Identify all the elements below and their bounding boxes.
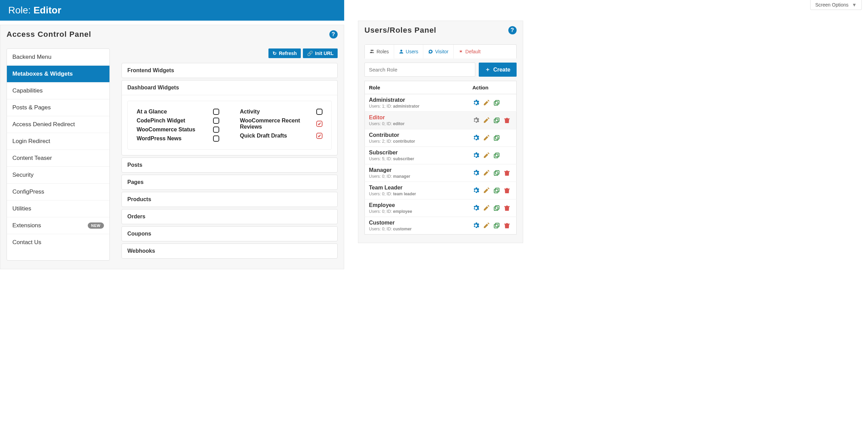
role-name: Editor [33, 5, 61, 15]
section-header[interactable]: Dashboard Widgets [122, 80, 337, 95]
widget-checkbox[interactable] [213, 127, 219, 133]
clone-icon[interactable] [493, 117, 500, 124]
help-icon[interactable]: ? [329, 30, 338, 39]
role-row[interactable]: ContributorUsers: 2; ID: contributor [365, 129, 517, 147]
role-row[interactable]: EmployeeUsers: 0; ID: employee [365, 199, 517, 217]
role-name: Customer [369, 220, 464, 226]
role-row[interactable]: SubscriberUsers: 5; ID: subscriber [365, 147, 517, 164]
nav-item-contact-us[interactable]: Contact Us [7, 234, 109, 251]
nav-item-configpress[interactable]: ConfigPress [7, 184, 109, 200]
screen-options-button[interactable]: Screen Options ▼ [810, 0, 862, 10]
screen-options-label: Screen Options [815, 2, 849, 8]
role-row[interactable]: Team LeaderUsers: 0; ID: team leader [365, 182, 517, 199]
nav-item-label: Utilities [12, 205, 31, 212]
nav-item-capabilities[interactable]: Capabilities [7, 83, 109, 99]
nav-item-login-redirect[interactable]: Login Redirect [7, 133, 109, 150]
gear-icon[interactable] [473, 170, 479, 176]
widget-label: CodePinch Widget [137, 118, 185, 124]
section-header[interactable]: Products [122, 192, 337, 207]
clone-icon[interactable] [493, 99, 500, 106]
create-button[interactable]: ＋ Create [479, 63, 517, 77]
widget-checkbox[interactable] [316, 109, 322, 115]
pencil-icon[interactable] [483, 187, 490, 194]
user-icon [399, 49, 404, 54]
pencil-icon[interactable] [483, 134, 490, 141]
gear-icon[interactable] [473, 117, 479, 124]
nav-item-access-denied-redirect[interactable]: Access Denied Redirect [7, 116, 109, 133]
clone-icon[interactable] [493, 205, 500, 211]
widget-checkbox[interactable] [316, 133, 322, 139]
users-roles-panel: Users/Roles Panel ? RolesUsersVisitorDef… [358, 21, 523, 243]
gear-icon[interactable] [473, 205, 479, 211]
nav-item-label: Metaboxes & Widgets [12, 70, 73, 77]
gear-icon[interactable] [473, 152, 479, 159]
section-frontend-widgets: Frontend Widgets [121, 63, 338, 78]
widget-row: WooCommerce Recent Reviews [240, 116, 322, 131]
nav-item-posts-pages[interactable]: Posts & Pages [7, 99, 109, 116]
tab-default[interactable]: Default [454, 45, 485, 58]
tab-users[interactable]: Users [394, 45, 424, 58]
create-label: Create [493, 67, 510, 73]
role-row[interactable]: AdministratorUsers: 1; ID: administrator [365, 94, 517, 112]
init-url-button[interactable]: 🔗 Init URL [303, 48, 338, 58]
gear-icon[interactable] [473, 99, 479, 106]
role-actions [473, 134, 512, 141]
nav-item-backend-menu[interactable]: Backend Menu [7, 49, 109, 66]
pencil-icon[interactable] [483, 152, 490, 159]
gear-icon[interactable] [473, 187, 479, 194]
clone-icon[interactable] [493, 187, 500, 194]
widget-checkbox[interactable] [213, 118, 219, 124]
trash-icon[interactable] [504, 205, 510, 211]
clone-icon[interactable] [493, 152, 500, 159]
nav-item-security[interactable]: Security [7, 167, 109, 184]
pencil-icon[interactable] [483, 205, 490, 211]
clone-icon[interactable] [493, 170, 500, 176]
widget-row: Activity [240, 107, 322, 116]
widget-checkbox[interactable] [213, 135, 219, 142]
users-panel-title: Users/Roles Panel [364, 26, 436, 35]
widget-checkbox[interactable] [316, 121, 322, 127]
trash-icon[interactable] [504, 187, 510, 194]
section-webhooks: Webhooks [121, 243, 338, 259]
pencil-icon[interactable] [483, 170, 490, 176]
nav-item-metaboxes-widgets[interactable]: Metaboxes & Widgets [7, 66, 109, 83]
nav-item-extensions[interactable]: ExtensionsNEW [7, 217, 109, 234]
role-row[interactable]: ManagerUsers: 0; ID: manager [365, 164, 517, 182]
search-role-input[interactable] [364, 63, 475, 77]
section-header[interactable]: Coupons [122, 227, 337, 241]
tab-label: Default [465, 49, 480, 54]
pencil-icon[interactable] [483, 117, 490, 124]
tab-visitor[interactable]: Visitor [423, 45, 454, 58]
trash-icon[interactable] [504, 170, 510, 176]
pencil-icon[interactable] [483, 99, 490, 106]
role-row[interactable]: CustomerUsers: 0; ID: customer [365, 217, 517, 235]
gear-icon[interactable] [473, 222, 479, 229]
widget-checkbox[interactable] [213, 109, 219, 115]
trash-icon[interactable] [504, 222, 510, 229]
clone-icon[interactable] [493, 134, 500, 141]
help-icon[interactable]: ? [508, 26, 517, 34]
role-actions [473, 187, 512, 194]
users-panel-tabs: RolesUsersVisitorDefault [364, 44, 517, 58]
clone-icon[interactable] [493, 222, 500, 229]
section-header[interactable]: Orders [122, 209, 337, 224]
nav-item-label: Capabilities [12, 87, 43, 94]
role-actions [473, 205, 512, 211]
section-header[interactable]: Webhooks [122, 244, 337, 258]
nav-item-content-teaser[interactable]: Content Teaser [7, 150, 109, 167]
plus-icon: ＋ [485, 66, 490, 73]
trash-icon[interactable] [504, 117, 510, 124]
gear-icon[interactable] [473, 134, 479, 141]
section-header[interactable]: Posts [122, 158, 337, 172]
tab-roles[interactable]: Roles [365, 45, 394, 59]
role-row[interactable]: EditorUsers: 0; ID: editor [365, 112, 517, 129]
section-orders: Orders [121, 209, 338, 224]
section-header[interactable]: Frontend Widgets [122, 63, 337, 78]
acp-sections: Frontend WidgetsDashboard WidgetsAt a Gl… [121, 63, 338, 259]
refresh-button[interactable]: ↻ Refresh [268, 48, 301, 58]
role-name: Manager [369, 167, 464, 173]
section-posts: Posts [121, 157, 338, 173]
section-header[interactable]: Pages [122, 175, 337, 189]
pencil-icon[interactable] [483, 222, 490, 229]
nav-item-utilities[interactable]: Utilities [7, 200, 109, 217]
